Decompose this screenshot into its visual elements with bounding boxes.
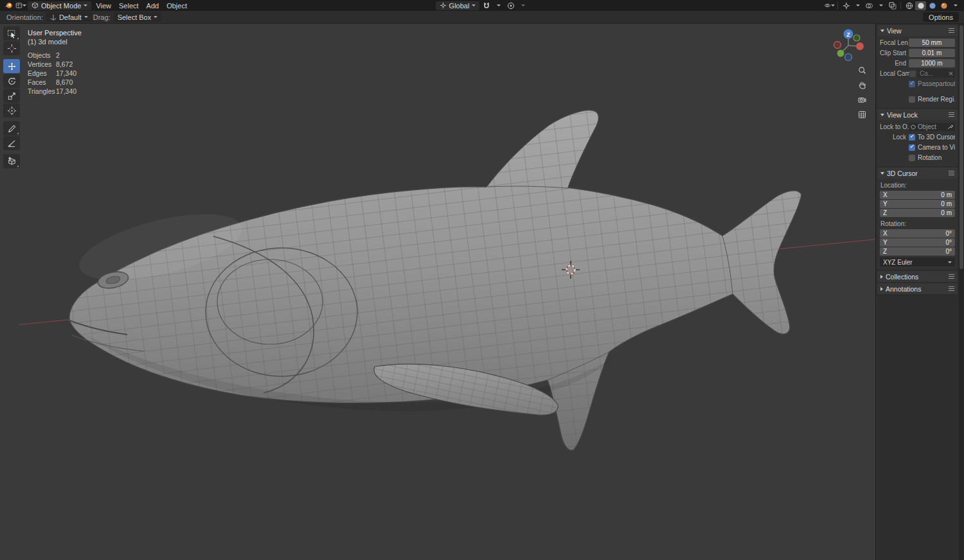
gizmo-icon <box>843 2 850 10</box>
lock-to-object-field[interactable]: Object <box>909 123 955 131</box>
shading-solid-button[interactable] <box>915 1 926 10</box>
field-label: Local Cam... <box>880 70 909 77</box>
drag-label: Drag: <box>93 13 111 21</box>
clear-x-icon[interactable] <box>949 71 953 76</box>
transform-orientation-select[interactable]: Global <box>436 1 480 10</box>
camera-to-view-row: Camera to Vi... <box>880 143 955 152</box>
scrollbar-thumb[interactable] <box>960 25 963 269</box>
panel-3d-cursor-header[interactable]: 3D Cursor <box>877 168 958 179</box>
panel-menu-icon[interactable] <box>949 274 954 279</box>
panel-annotations-header[interactable]: Annotations <box>877 283 958 294</box>
options-button[interactable]: Options <box>923 12 959 22</box>
toggle-orthographic-button[interactable] <box>856 109 868 120</box>
menu-add[interactable]: Add <box>143 2 163 10</box>
lock-rotation-checkbox[interactable] <box>909 155 915 161</box>
snap-settings-dropdown[interactable] <box>493 1 504 10</box>
tool-cursor[interactable] <box>3 41 20 55</box>
proportional-falloff-dropdown[interactable] <box>517 1 528 10</box>
passepartout-checkbox[interactable] <box>909 81 915 87</box>
viewport-header: Object Mode View Select Add Object Globa… <box>0 0 964 11</box>
panel-3d-cursor-body: Location: X 0 m Y 0 m Z 0 m Rotation: X … <box>877 179 958 270</box>
cursor-rotation-y[interactable]: Y 0° <box>880 238 955 247</box>
shading-rendered-button[interactable] <box>938 1 949 10</box>
panel-annotations: Annotations <box>877 283 958 294</box>
render-region-checkbox[interactable] <box>909 96 915 103</box>
panel-collections-header[interactable]: Collections <box>877 271 958 282</box>
clip-end-field[interactable]: 1000 m <box>909 59 955 67</box>
axis-value: 0 m <box>941 191 952 198</box>
cursor-location-z[interactable]: Z 0 m <box>880 209 955 217</box>
focal-length-field[interactable]: 50 mm <box>909 39 955 47</box>
annotate-icon <box>7 124 17 134</box>
lock-to-object-row: Lock to O... Object <box>880 122 955 132</box>
clip-start-field[interactable]: 0.01 m <box>909 49 955 57</box>
drag-mode-select[interactable]: Select Box <box>114 12 162 22</box>
camera-to-view-checkbox[interactable] <box>909 144 915 151</box>
tool-move[interactable] <box>3 59 20 73</box>
panel-view: View Focal Len... 50 mm Clip Start 0.01 … <box>877 25 958 108</box>
fish-model[interactable] <box>66 110 801 451</box>
lock-to-3d-cursor-label: To 3D Cursor <box>918 134 955 141</box>
orthographic-grid-icon <box>857 110 867 119</box>
navigation-gizmo[interactable]: Z <box>832 26 865 66</box>
viewport-3d[interactable]: User Perspective (1) 3d model Objects2 V… <box>0 24 964 560</box>
sidebar-scrollbar[interactable] <box>959 24 964 560</box>
local-camera-checkbox[interactable] <box>909 71 916 77</box>
add-cube-icon <box>7 157 17 166</box>
render-region-row: Render Regi... <box>880 94 955 104</box>
shading-material-button[interactable] <box>927 1 938 10</box>
cursor-rotation-z[interactable]: Z 0° <box>880 247 955 256</box>
menu-view[interactable]: View <box>93 2 114 10</box>
rotation-mode-select[interactable]: XYZ Euler <box>880 258 955 267</box>
panel-view-lock: View Lock Lock to O... Object Lock To 3D… <box>877 109 958 166</box>
snap-toggle[interactable] <box>481 1 492 10</box>
tool-measure[interactable] <box>3 136 20 150</box>
panel-menu-icon[interactable] <box>949 112 954 117</box>
shading-wireframe-button[interactable] <box>904 1 915 10</box>
local-camera-field[interactable]: Ca... <box>918 69 955 78</box>
tool-scale[interactable] <box>3 89 20 103</box>
orientation-default-select[interactable]: Default <box>46 12 92 22</box>
shading-dropdown[interactable] <box>950 1 961 10</box>
cursor-location-y[interactable]: Y 0 m <box>880 200 955 208</box>
object-visibility-dropdown[interactable] <box>824 1 835 10</box>
menu-object[interactable]: Object <box>163 2 190 10</box>
panel-menu-icon[interactable] <box>949 28 954 33</box>
panel-title: View <box>887 27 946 35</box>
field-label: Focal Len... <box>880 39 909 46</box>
panel-view-lock-header[interactable]: View Lock <box>877 109 958 120</box>
shading-wireframe-icon <box>906 2 913 10</box>
eyedropper-icon[interactable] <box>947 124 953 130</box>
zoom-button[interactable] <box>856 64 868 76</box>
editor-type-selector[interactable] <box>15 1 26 10</box>
location-label: Location: <box>880 182 954 189</box>
tool-select-box[interactable] <box>3 26 20 40</box>
proportional-editing-toggle[interactable] <box>505 1 516 10</box>
blender-logo-icon[interactable] <box>3 1 14 10</box>
camera-view-button[interactable] <box>856 94 868 105</box>
tool-rotate[interactable] <box>3 74 20 88</box>
object-cube-icon <box>911 125 916 130</box>
tool-group-gap <box>3 118 20 121</box>
mode-select[interactable]: Object Mode <box>28 1 91 10</box>
cursor-rotation-x[interactable]: X 0° <box>880 229 955 238</box>
tool-transform[interactable] <box>3 103 20 118</box>
show-gizmos-toggle[interactable] <box>841 1 852 10</box>
panel-menu-icon[interactable] <box>949 286 954 291</box>
tool-annotate[interactable] <box>3 121 20 136</box>
panel-title: Collections <box>886 273 946 281</box>
toggle-xray[interactable] <box>887 1 898 10</box>
cursor-location-x[interactable]: X 0 m <box>880 191 955 199</box>
menu-select[interactable]: Select <box>116 2 142 10</box>
pan-button[interactable] <box>856 79 868 91</box>
tool-add-cube[interactable] <box>3 154 20 168</box>
gizmos-dropdown[interactable] <box>852 1 863 10</box>
panel-menu-icon[interactable] <box>949 171 954 175</box>
panel-view-header[interactable]: View <box>877 25 958 36</box>
lock-to-3d-cursor-checkbox[interactable] <box>909 134 915 141</box>
snap-magnet-icon <box>483 2 490 10</box>
lock-to-object-value: Object <box>918 123 945 130</box>
stat-value: 17,340 <box>56 69 82 77</box>
overlays-dropdown[interactable] <box>875 1 886 10</box>
show-overlays-toggle[interactable] <box>864 1 875 10</box>
